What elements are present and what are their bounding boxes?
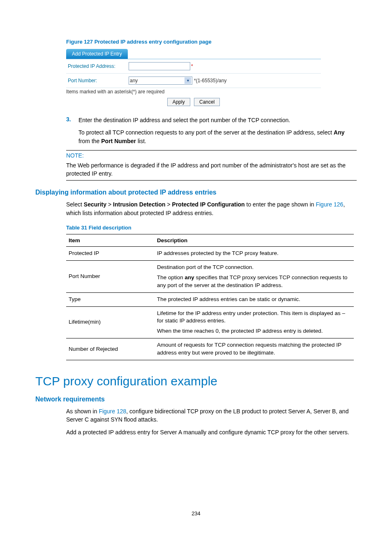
- divider: [66, 180, 357, 181]
- step-3: 3. Enter the destination IP address and …: [66, 116, 357, 145]
- page-number: 234: [0, 510, 392, 517]
- input-protected-ip[interactable]: [129, 62, 190, 70]
- port-hint: *(1-65535)/any: [194, 78, 226, 83]
- heading-tcp-proxy-example: TCP proxy configuration example: [35, 374, 357, 388]
- table-cell-description: Destination port of the TCP connection.T…: [154, 260, 354, 292]
- required-note: Items marked with an asterisk(*) are req…: [66, 88, 321, 95]
- label-protected-ip: Protected IP Address:: [68, 63, 129, 69]
- table-cell-description: Lifetime for the IP address entry under …: [154, 306, 354, 338]
- link-figure-128[interactable]: Figure 128: [99, 408, 126, 415]
- th-description: Description: [154, 234, 354, 247]
- table-cell-item: Port Number: [66, 260, 154, 292]
- table-cell-description: The protected IP address entries can be …: [154, 292, 354, 306]
- field-description-table: Item Description Protected IPIP addresse…: [66, 234, 354, 360]
- netreq-p2: Add a protected IP address entry for Ser…: [66, 428, 357, 436]
- tab-add-protected-ip[interactable]: Add Protected IP Entry: [66, 49, 128, 59]
- table-cell-description: Amount of requests for TCP connection re…: [154, 338, 354, 360]
- step-text-2: To protect all TCP connection requests t…: [78, 128, 357, 145]
- form-row-port: Port Number: any ▾ *(1-65535)/any: [66, 74, 321, 88]
- table-cell-item: Number of Rejected: [66, 338, 154, 360]
- table-cell-item: Type: [66, 292, 154, 306]
- note-body: The Web performance is degraded if the I…: [66, 161, 357, 178]
- link-figure-126[interactable]: Figure 126: [316, 201, 343, 208]
- label-port-number: Port Number:: [68, 78, 129, 83]
- select-port-value: any: [130, 78, 138, 83]
- table-cell-description: IP addresses protected by the TCP proxy …: [154, 247, 354, 261]
- figure-caption: Figure 127 Protected IP address entry co…: [66, 39, 357, 45]
- button-row: Apply Cancel: [66, 98, 321, 106]
- heading-network-requirements: Network requirements: [35, 396, 357, 403]
- required-star-icon: *: [191, 63, 193, 69]
- tab-header: Add Protected IP Entry: [66, 49, 321, 59]
- cancel-button[interactable]: Cancel: [194, 98, 220, 106]
- chevron-down-icon: ▾: [184, 77, 191, 84]
- step-number: 3.: [66, 116, 78, 124]
- netreq-p1: As shown in Figure 128, configure bidire…: [66, 407, 357, 424]
- heading-displaying-info: Displaying information about protected I…: [35, 189, 357, 196]
- table-cell-item: Protected IP: [66, 247, 154, 261]
- apply-button[interactable]: Apply: [167, 98, 190, 106]
- select-port-number[interactable]: any ▾: [129, 76, 192, 85]
- table-caption: Table 31 Field description: [66, 225, 357, 231]
- display-paragraph: Select Security > Intrusion Detection > …: [66, 200, 357, 217]
- step-text-1: Enter the destination IP address and sel…: [78, 116, 357, 124]
- config-panel: Add Protected IP Entry Protected IP Addr…: [66, 49, 321, 106]
- form-row-ip: Protected IP Address: *: [66, 59, 321, 74]
- th-item: Item: [66, 234, 154, 247]
- table-cell-item: Lifetime(min): [66, 306, 154, 338]
- divider: [66, 150, 357, 151]
- note-label: NOTE:: [66, 152, 357, 159]
